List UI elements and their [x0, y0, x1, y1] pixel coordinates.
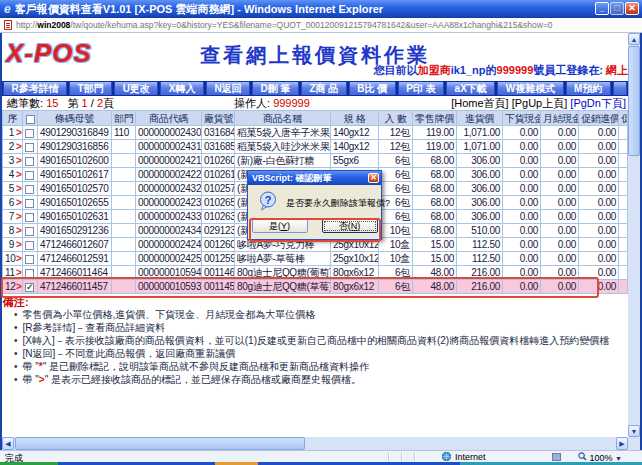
- cell-dept: [112, 196, 136, 210]
- row-checkbox[interactable]: [25, 129, 34, 138]
- toolbar-button-8[interactable]: B比 價: [349, 82, 396, 95]
- table-row[interactable]: 10>47124660125910000000024259001259哆啦A夢-…: [3, 252, 628, 266]
- row-number: 4: [5, 169, 14, 180]
- table-row[interactable]: 3>49016501026000000000024211010260(新)廠-白…: [3, 154, 628, 168]
- login-status: 您目前以加盟商ik1_np的999999號員工登錄在: 網上: [374, 63, 628, 78]
- row-number: 7: [5, 211, 14, 222]
- row-checkbox[interactable]: [25, 143, 34, 152]
- page-separator: /: [91, 97, 94, 109]
- cell-extra: [619, 196, 628, 210]
- table-row[interactable]: 2>49012903168560000000024310031685稻菓5袋入哇…: [3, 140, 628, 154]
- toolbar-button-7[interactable]: Z商 品: [301, 82, 347, 95]
- cell-code: 0000000024242: [136, 238, 202, 252]
- toolbar-button-12[interactable]: M預約: [566, 82, 611, 95]
- nav-home[interactable]: [Home首頁]: [451, 97, 508, 109]
- toolbar-button-2[interactable]: T部門: [69, 82, 112, 95]
- app-logo: X-POS: [6, 38, 92, 69]
- toolbar-button-9[interactable]: P印 表: [398, 82, 444, 95]
- cell-cost: 112.50: [457, 252, 503, 266]
- column-header: 進貨價: [457, 111, 503, 126]
- cell-cost: 306.00: [457, 210, 503, 224]
- row-checkbox-cell: [23, 210, 38, 224]
- toolbar-button-6[interactable]: D刪 筆: [252, 82, 299, 95]
- window-titlebar[interactable]: e客戶報價資料查看V1.01 [X-POS 雲端商務網] - Windows I…: [0, 0, 642, 18]
- cell-retail: 68.00: [413, 196, 457, 210]
- cell-barcode: 4712466012607: [38, 238, 112, 252]
- cell-vendor: 031685: [202, 140, 235, 154]
- row-checkbox[interactable]: [25, 199, 34, 208]
- row-checkbox[interactable]: [25, 241, 34, 250]
- nav-pgup[interactable]: [PgUp上頁]: [512, 97, 568, 109]
- cell-vendor: 010260: [202, 154, 235, 168]
- scroll-down-icon[interactable]: ▼: [628, 425, 640, 437]
- toolbar-button-5[interactable]: N返回: [206, 82, 250, 95]
- row-checkbox-cell: [23, 224, 38, 238]
- table-row[interactable]: 1>49012903168491100000000024303031684稻菓5…: [3, 126, 628, 140]
- row-checkbox[interactable]: [25, 213, 34, 222]
- cell-extra: [619, 252, 628, 266]
- cell-retail: 68.00: [413, 168, 457, 182]
- toolbar-button-13[interactable]: [613, 82, 627, 95]
- cell-barcode: 4901650102617: [38, 168, 112, 182]
- cell-vendor: 010261: [202, 168, 235, 182]
- cell-promo: 0.00: [579, 140, 619, 154]
- received-marker: >: [16, 225, 22, 236]
- cell-dept: [112, 238, 136, 252]
- cell-cash: 0.00: [503, 182, 541, 196]
- address-url[interactable]: http://win2008/tw/qoute/kehuma.asp?key=0…: [16, 20, 626, 30]
- select-all-checkbox[interactable]: [26, 115, 35, 124]
- row-number: 8: [5, 225, 14, 236]
- row-checkbox-cell: [23, 182, 38, 196]
- status-divider: [401, 453, 402, 461]
- cell-promo: 0.00: [579, 182, 619, 196]
- cell-cost: 510.00: [457, 224, 503, 238]
- row-checkbox[interactable]: [25, 171, 34, 180]
- toolbar-button-11[interactable]: W複雜模式: [497, 82, 563, 95]
- nav-pgdn[interactable]: [PgDn下頁]: [570, 97, 626, 109]
- scroll-left-icon[interactable]: ◀: [2, 437, 14, 450]
- note-item-1: 零售價為小單位價格,進貨價、下貨現金、月結現金都為大單位價格: [14, 308, 624, 321]
- dialog-close-icon[interactable]: ✕: [368, 173, 379, 183]
- toolbar-button-4[interactable]: X轉入: [160, 82, 204, 95]
- minimize-button[interactable]: _: [595, 2, 609, 15]
- close-button[interactable]: ✕: [625, 2, 639, 15]
- received-marker: >: [16, 127, 22, 138]
- zoom-dropdown-icon[interactable]: ▼: [615, 455, 622, 462]
- vertical-scroll-thumb[interactable]: [628, 46, 640, 156]
- cell-dept: [112, 168, 136, 182]
- received-marker: >: [16, 155, 22, 166]
- cell-promo: 0.00: [579, 210, 619, 224]
- horizontal-scroll-thumb[interactable]: [15, 437, 305, 450]
- cell-promo: 0.00: [579, 126, 619, 140]
- row-checkbox[interactable]: [25, 255, 34, 264]
- row-seq: 6>: [3, 196, 23, 210]
- scroll-up-icon[interactable]: ▲: [628, 33, 640, 45]
- row-checkbox[interactable]: [25, 185, 34, 194]
- cell-qty: 10包: [379, 224, 413, 238]
- protection-icon[interactable]: [552, 453, 561, 461]
- cell-qty: 12包: [379, 140, 413, 154]
- address-bar[interactable]: http://win2008/tw/qoute/kehuma.asp?key=0…: [0, 18, 642, 33]
- row-checkbox[interactable]: [25, 157, 34, 166]
- cell-dept: 110: [112, 126, 136, 140]
- toolbar-button-3[interactable]: U更改: [114, 82, 158, 95]
- scroll-right-icon[interactable]: ▶: [616, 437, 628, 450]
- notes-list: 零售價為小單位價格,進貨價、下貨現金、月結現金都為大單位價格[R參考詳情]－查看…: [14, 308, 624, 386]
- row-checkbox-cell: [23, 238, 38, 252]
- cell-retail: 68.00: [413, 210, 457, 224]
- row-checkbox[interactable]: [25, 227, 34, 236]
- vertical-scrollbar[interactable]: ▲ ▼: [628, 33, 640, 437]
- ie-icon: e: [4, 0, 11, 18]
- toolbar-button-1[interactable]: R參考詳情: [3, 82, 67, 95]
- horizontal-scrollbar[interactable]: ◀ ▶: [2, 437, 628, 450]
- dialog-titlebar[interactable]: VBScript: 確認刪筆 ✕: [248, 171, 381, 185]
- note-item-6: 帶 ">" 是表示已經接收該商品的標記，並已經保存商品檔或廠商歷史報價檔。: [14, 373, 624, 386]
- maximize-button[interactable]: □: [610, 2, 624, 15]
- page-current: 1: [82, 97, 88, 109]
- cell-cash: 0.00: [503, 224, 541, 238]
- status-bar: 完成 Internet 100% ▼: [0, 450, 642, 462]
- cell-code: 0000000024303: [136, 126, 202, 140]
- cell-cash: 0.00: [503, 196, 541, 210]
- toolbar-button-10[interactable]: aX下載: [446, 82, 495, 95]
- cell-retail: 68.00: [413, 224, 457, 238]
